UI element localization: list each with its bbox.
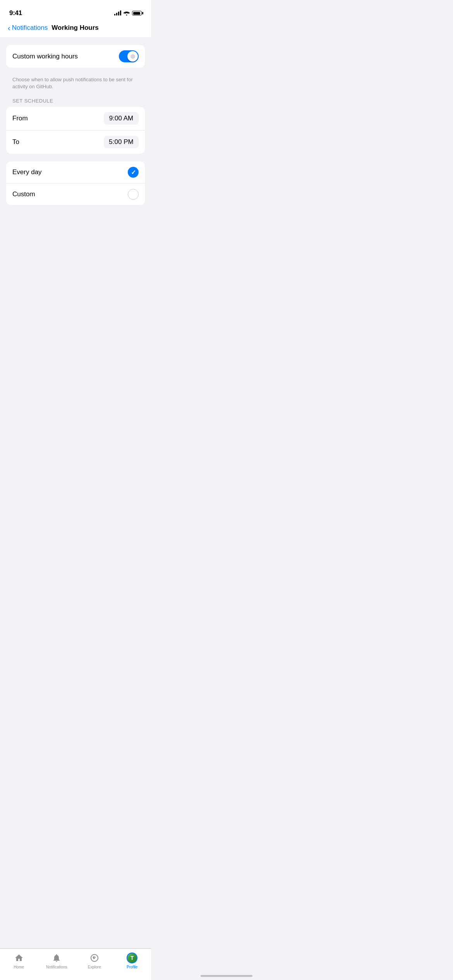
page-title: Working Hours [51,24,99,32]
set-schedule-label: SET SCHEDULE [6,95,145,107]
back-button[interactable]: ‹ Notifications [8,24,48,32]
nav-header: ‹ Notifications Working Hours [0,21,151,37]
custom-label: Custom [12,190,35,198]
back-label: Notifications [12,24,48,32]
frequency-card: Every day ✓ Custom [6,161,145,205]
toggle-knob [127,51,138,62]
signal-icon [114,11,121,15]
custom-working-hours-label: Custom working hours [12,53,78,60]
custom-row[interactable]: Custom [6,183,145,205]
from-label: From [12,115,28,122]
from-time-button[interactable]: 9:00 AM [104,112,139,125]
every-day-label: Every day [12,168,42,176]
helper-text: Choose when to allow push notifications … [6,74,145,95]
every-day-row[interactable]: Every day ✓ [6,161,145,183]
custom-working-hours-toggle[interactable] [119,50,139,62]
main-content: Custom working hours Choose when to allo… [0,37,151,219]
every-day-radio[interactable]: ✓ [128,167,139,178]
from-row: From 9:00 AM [6,107,145,130]
toggle-row: Custom working hours [6,45,145,68]
schedule-card: From 9:00 AM To 5:00 PM [6,107,145,154]
checkmark-icon: ✓ [131,169,136,176]
custom-working-hours-card: Custom working hours [6,45,145,68]
to-row: To 5:00 PM [6,130,145,154]
status-bar: 9:41 [0,0,151,21]
status-icons [114,11,142,15]
wifi-icon [124,11,130,15]
custom-radio[interactable] [128,189,139,200]
status-time: 9:41 [9,9,22,17]
to-time-button[interactable]: 5:00 PM [104,136,139,148]
battery-icon [132,11,142,15]
back-chevron-icon: ‹ [8,24,10,32]
to-label: To [12,138,19,146]
